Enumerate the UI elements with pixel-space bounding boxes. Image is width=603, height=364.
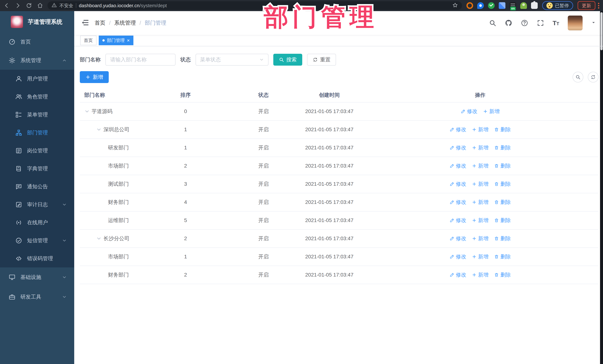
sidebar-item-sms[interactable]: 短信管理 <box>0 232 74 249</box>
delete-link[interactable]: 删除 <box>494 217 511 224</box>
profile-paused-pill[interactable]: 已暂停 <box>542 1 573 10</box>
back-icon[interactable] <box>4 3 10 9</box>
edit-link[interactable]: 修改 <box>450 126 466 133</box>
sidebar-item-infra[interactable]: 基础设施 <box>0 267 74 287</box>
add-link[interactable]: 新增 <box>472 217 488 224</box>
search-icon[interactable] <box>489 19 496 27</box>
url-text[interactable]: dashboard.yudao.iocoder.cn/system/dept <box>79 3 167 9</box>
extension-icon[interactable] <box>488 2 495 9</box>
edit-link[interactable]: 修改 <box>461 108 477 115</box>
delete-link[interactable]: 删除 <box>494 271 511 278</box>
app-logo-row[interactable]: 芋道管理系统 <box>0 11 74 33</box>
breadcrumb-system[interactable]: 系统管理 <box>114 19 136 27</box>
add-link[interactable]: 新增 <box>472 235 488 242</box>
address-bar[interactable]: 不安全 dashboard.yudao.iocoder.cn/system/de… <box>47 1 462 10</box>
font-size-icon[interactable]: TT <box>553 20 559 27</box>
add-icon <box>472 182 477 187</box>
sidebar-item-users[interactable]: 用户管理 <box>0 70 74 88</box>
delete-link[interactable]: 删除 <box>494 162 511 169</box>
home-icon[interactable] <box>37 3 43 9</box>
add-link[interactable]: 新增 <box>472 144 488 151</box>
delete-icon <box>494 200 499 205</box>
delete-link[interactable]: 删除 <box>494 180 511 188</box>
extension-icon[interactable] <box>466 2 473 9</box>
sidebar-item-dict[interactable]: 字典管理 <box>0 160 74 177</box>
toggle-search-button[interactable] <box>573 72 583 82</box>
navbar-actions: TT <box>489 16 596 30</box>
delete-link[interactable]: 删除 <box>494 144 511 151</box>
bookmark-star-icon[interactable] <box>452 2 458 9</box>
sidebar-item-post[interactable]: 岗位管理 <box>0 142 74 160</box>
search-button[interactable]: 搜索 <box>273 54 302 66</box>
add-icon <box>472 254 477 259</box>
extensions-puzzle-icon[interactable] <box>531 2 538 9</box>
status-select[interactable]: 菜单状态 <box>196 54 268 66</box>
chevron-up-icon <box>62 58 67 63</box>
edit-link[interactable]: 修改 <box>450 253 466 260</box>
sidebar-item-dept[interactable]: 部门管理 <box>0 124 74 142</box>
add-button[interactable]: 新增 <box>80 71 109 83</box>
dept-name-input[interactable] <box>105 54 175 66</box>
tag-close-icon[interactable]: × <box>127 38 130 43</box>
sidebar-item-menus[interactable]: 菜单管理 <box>0 106 74 124</box>
delete-link[interactable]: 删除 <box>494 253 511 260</box>
edit-link[interactable]: 修改 <box>450 235 466 242</box>
sidebar-item-home[interactable]: 首页 <box>0 33 74 51</box>
edit-link[interactable]: 修改 <box>450 271 466 278</box>
edit-link[interactable]: 修改 <box>450 217 466 224</box>
add-link[interactable]: 新增 <box>472 162 488 169</box>
dept-name: 深圳总公司 <box>104 126 129 133</box>
col-created: 创建时间 <box>297 88 362 102</box>
avatar[interactable] <box>568 16 583 30</box>
sidebar-item-errorcode[interactable]: 错误码管理 <box>0 249 74 267</box>
expand-arrow-icon[interactable] <box>96 236 102 241</box>
expand-arrow-icon[interactable] <box>84 109 90 114</box>
edit-link[interactable]: 修改 <box>450 162 466 169</box>
extension-adblock-icon[interactable]: on <box>510 2 516 9</box>
help-icon[interactable] <box>521 19 528 27</box>
edit-link[interactable]: 修改 <box>450 144 466 151</box>
github-icon[interactable] <box>505 19 512 27</box>
insecure-warning-icon[interactable] <box>52 3 57 9</box>
tag-home[interactable]: 首页 <box>80 36 96 45</box>
add-link[interactable]: 新增 <box>483 108 500 115</box>
extension-icon[interactable] <box>477 2 484 9</box>
edit-link[interactable]: 修改 <box>450 199 466 206</box>
refresh-table-button[interactable] <box>588 72 599 82</box>
browser-menu-icon[interactable] <box>598 3 599 9</box>
reset-button[interactable]: 重置 <box>307 54 336 66</box>
add-link[interactable]: 新增 <box>472 199 488 206</box>
delete-link[interactable]: 删除 <box>494 199 511 206</box>
add-link[interactable]: 新增 <box>472 126 488 133</box>
breadcrumb-home[interactable]: 首页 <box>95 19 105 27</box>
delete-link[interactable]: 删除 <box>494 235 511 242</box>
extension-icon[interactable] <box>520 2 527 9</box>
sidebar-item-system[interactable]: 系统管理 <box>0 51 74 70</box>
expand-arrow-icon[interactable] <box>96 127 102 132</box>
hamburger-icon[interactable] <box>81 19 89 27</box>
delete-icon <box>494 272 499 277</box>
reload-icon[interactable] <box>26 3 32 9</box>
delete-link[interactable]: 删除 <box>494 126 511 133</box>
add-link[interactable]: 新增 <box>472 180 488 188</box>
extension-icon[interactable] <box>499 2 505 9</box>
forward-icon[interactable] <box>15 3 21 9</box>
sidebar-item-notice[interactable]: 通知公告 <box>0 177 74 196</box>
table-header-row: 部门名称 排序 状态 创建时间 操作 <box>80 88 599 102</box>
fullscreen-icon[interactable] <box>537 19 544 27</box>
add-link[interactable]: 新增 <box>472 253 488 260</box>
window-scrollbar[interactable] <box>600 11 603 364</box>
sidebar-item-roles[interactable]: 角色管理 <box>0 88 74 106</box>
tag-dept[interactable]: 部门管理 × <box>99 36 133 45</box>
status-label: 状态 <box>180 56 191 63</box>
menu-tree-icon <box>15 111 22 118</box>
sidebar-item-online[interactable]: 在线用户 <box>0 213 74 232</box>
dept-name: 芋道源码 <box>92 108 112 115</box>
sidebar-item-auditlog[interactable]: 审计日志 <box>0 196 74 213</box>
plus-icon <box>85 75 91 80</box>
avatar-caret-icon[interactable] <box>591 20 596 26</box>
sidebar-item-devtools[interactable]: 研发工具 <box>0 287 74 307</box>
add-link[interactable]: 新增 <box>472 271 488 278</box>
edit-link[interactable]: 修改 <box>450 180 466 188</box>
update-button[interactable]: 更新 <box>578 1 595 10</box>
